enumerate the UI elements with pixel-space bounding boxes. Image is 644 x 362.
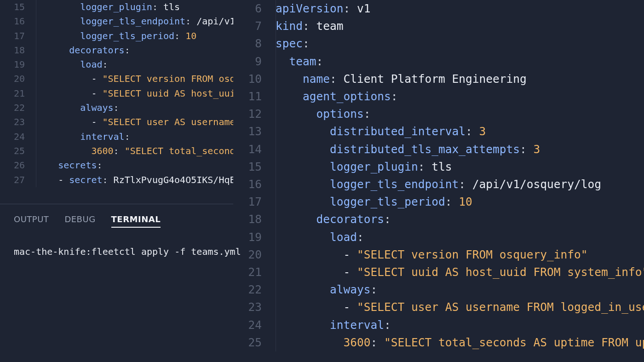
code-line[interactable]: 26 secrets: <box>0 158 233 172</box>
code-line[interactable]: 16 logger_tls_endpoint: /api/v1/osquery/… <box>233 176 644 193</box>
code-content[interactable]: decorators: <box>36 43 233 57</box>
code-content[interactable]: name: Client Platform Engineering <box>276 70 644 88</box>
line-number: 24 <box>233 316 276 334</box>
code-content[interactable]: - "SELECT version FROM osquery_info" <box>276 246 644 264</box>
line-number: 10 <box>233 70 276 88</box>
code-line[interactable]: 23 - "SELECT user AS username <box>0 115 233 129</box>
code-content[interactable]: 3600: "SELECT total_second <box>36 144 233 158</box>
code-line[interactable]: 7kind: team <box>233 17 644 35</box>
code-line[interactable]: 14 distributed_tls_max_attempts: 3 <box>233 141 644 158</box>
line-number: 18 <box>0 43 36 57</box>
code-line[interactable]: 22 always: <box>233 281 644 299</box>
code-line[interactable]: 23 - "SELECT user AS username FROM logge… <box>233 299 644 316</box>
line-number: 12 <box>233 105 276 123</box>
terminal-output[interactable]: mac-the-knife:fleetctl apply -f teams.ym… <box>14 246 219 257</box>
code-content[interactable]: logger_tls_period: 10 <box>276 193 644 211</box>
panel-tabs: OUTPUTDEBUGTERMINAL <box>14 214 219 228</box>
code-content[interactable]: - "SELECT user AS username FROM logged_i… <box>276 299 644 316</box>
code-line[interactable]: 12 options: <box>233 105 644 123</box>
code-content[interactable]: logger_tls_endpoint: /api/v1/ <box>36 14 233 29</box>
code-line[interactable]: 21 - "SELECT uuid AS host_uuid <box>0 86 233 101</box>
code-content[interactable]: decorators: <box>276 211 644 228</box>
code-line[interactable]: 19 load: <box>233 229 644 246</box>
line-number: 16 <box>0 14 36 29</box>
line-number: 26 <box>0 158 36 172</box>
line-number: 27 <box>0 173 36 187</box>
code-line[interactable]: 27 - secret: RzTlxPvugG4o4O5IKS/HqE <box>0 173 233 187</box>
line-number: 22 <box>0 101 36 115</box>
code-line[interactable]: 19 load: <box>0 57 233 72</box>
line-number: 6 <box>233 0 276 17</box>
code-line[interactable]: 13 distributed_interval: 3 <box>233 123 644 140</box>
code-content[interactable]: load: <box>276 229 644 246</box>
code-line[interactable]: 10 name: Client Platform Engineering <box>233 70 644 88</box>
code-line[interactable]: 18 decorators: <box>233 211 644 228</box>
code-line[interactable]: 22 always: <box>0 101 233 115</box>
line-number: 21 <box>233 264 276 281</box>
code-line[interactable]: 11 agent_options: <box>233 88 644 105</box>
code-content[interactable]: logger_tls_period: 10 <box>36 29 233 43</box>
code-content[interactable]: logger_plugin: tls <box>276 158 644 176</box>
code-line[interactable]: 15 logger_plugin: tls <box>0 0 233 14</box>
line-number: 20 <box>0 72 36 86</box>
line-number: 19 <box>0 57 36 72</box>
code-line[interactable]: 17 logger_tls_period: 10 <box>0 29 233 43</box>
code-content[interactable]: - "SELECT user AS username <box>36 115 233 129</box>
code-content[interactable]: interval: <box>276 316 644 334</box>
code-line[interactable]: 20 - "SELECT version FROM osquery_info" <box>233 246 644 264</box>
left-editor[interactable]: 15 logger_plugin: tls16 logger_tls_endpo… <box>0 0 233 204</box>
code-content[interactable]: secrets: <box>36 158 233 172</box>
code-line[interactable]: 15 logger_plugin: tls <box>233 158 644 176</box>
code-content[interactable]: logger_plugin: tls <box>36 0 233 14</box>
code-content[interactable]: - "SELECT version FROM osqu <box>36 72 233 86</box>
code-content[interactable]: - "SELECT uuid AS host_uuid FROM system_… <box>276 264 644 281</box>
code-content[interactable]: load: <box>36 57 233 72</box>
line-number: 9 <box>233 53 276 70</box>
line-number: 11 <box>233 88 276 105</box>
line-number: 17 <box>233 193 276 211</box>
line-number: 25 <box>0 144 36 158</box>
right-column: 6apiVersion: v17kind: team8spec:9 team:1… <box>233 0 644 362</box>
right-editor[interactable]: 6apiVersion: v17kind: team8spec:9 team:1… <box>233 0 644 351</box>
code-line[interactable]: 20 - "SELECT version FROM osqu <box>0 72 233 86</box>
code-content[interactable]: - secret: RzTlxPvugG4o4O5IKS/HqE <box>36 173 233 187</box>
line-number: 23 <box>0 115 36 129</box>
line-number: 15 <box>233 158 276 176</box>
code-line[interactable]: 24 interval: <box>233 316 644 334</box>
code-content[interactable]: always: <box>276 281 644 299</box>
code-line[interactable]: 18 decorators: <box>0 43 233 57</box>
bottom-panel: OUTPUTDEBUGTERMINAL mac-the-knife:fleetc… <box>0 204 233 362</box>
code-line[interactable]: 17 logger_tls_period: 10 <box>233 193 644 211</box>
code-content[interactable]: options: <box>276 105 644 123</box>
code-line[interactable]: 25 3600: "SELECT total_seconds AS uptime… <box>233 334 644 351</box>
tab-output[interactable]: OUTPUT <box>14 214 49 228</box>
code-line[interactable]: 21 - "SELECT uuid AS host_uuid FROM syst… <box>233 264 644 281</box>
code-line[interactable]: 16 logger_tls_endpoint: /api/v1/ <box>0 14 233 29</box>
line-number: 15 <box>0 0 36 14</box>
code-line[interactable]: 6apiVersion: v1 <box>233 0 644 17</box>
code-line[interactable]: 9 team: <box>233 53 644 70</box>
line-number: 17 <box>0 29 36 43</box>
code-line[interactable]: 25 3600: "SELECT total_second <box>0 144 233 158</box>
tab-debug[interactable]: DEBUG <box>64 214 95 228</box>
code-content[interactable]: kind: team <box>276 17 644 35</box>
line-number: 23 <box>233 299 276 316</box>
code-content[interactable]: always: <box>36 101 233 115</box>
code-content[interactable]: spec: <box>276 35 644 52</box>
code-content[interactable]: team: <box>276 53 644 70</box>
code-line[interactable]: 24 interval: <box>0 130 233 144</box>
code-content[interactable]: 3600: "SELECT total_seconds AS uptime FR… <box>276 334 644 351</box>
tab-terminal[interactable]: TERMINAL <box>111 214 161 228</box>
workspace: 15 logger_plugin: tls16 logger_tls_endpo… <box>0 0 644 362</box>
line-number: 13 <box>233 123 276 140</box>
code-content[interactable]: interval: <box>36 130 233 144</box>
code-content[interactable]: apiVersion: v1 <box>276 0 644 17</box>
code-content[interactable]: distributed_interval: 3 <box>276 123 644 140</box>
line-number: 21 <box>0 86 36 101</box>
code-content[interactable]: distributed_tls_max_attempts: 3 <box>276 141 644 158</box>
code-content[interactable]: - "SELECT uuid AS host_uuid <box>36 86 233 101</box>
code-content[interactable]: logger_tls_endpoint: /api/v1/osquery/log <box>276 176 644 193</box>
code-line[interactable]: 8spec: <box>233 35 644 52</box>
line-number: 19 <box>233 229 276 246</box>
code-content[interactable]: agent_options: <box>276 88 644 105</box>
